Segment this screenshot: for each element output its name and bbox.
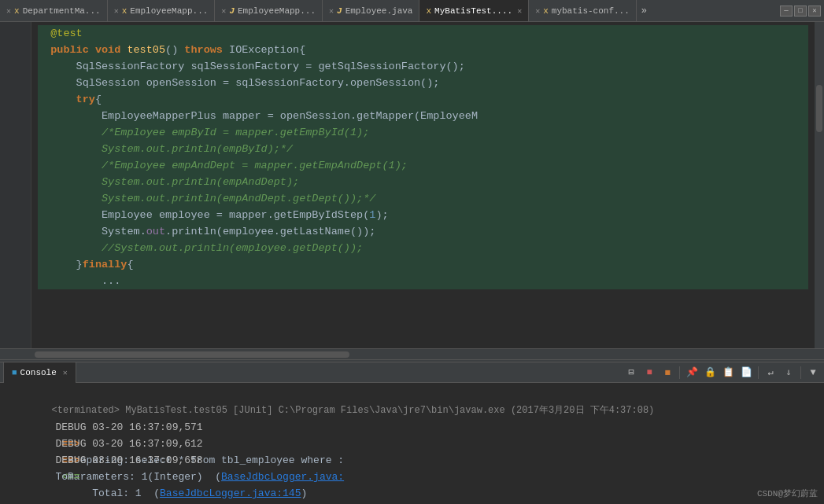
scroll-lock-button[interactable]: ⇓ (781, 365, 796, 381)
tab-departmentma[interactable]: ✕ x DepartmentMa... (0, 0, 108, 22)
horizontal-scrollbar[interactable] (0, 348, 824, 359)
timestamp: DEBUG 03-20 16:37:09,612 (55, 438, 202, 450)
tab-icon: J (229, 6, 235, 16)
scrollbar-h-thumb[interactable] (35, 351, 349, 358)
tab-icon: x (14, 6, 20, 16)
tab-icon: x (543, 6, 549, 16)
minimize-button[interactable]: ─ (780, 6, 793, 17)
console-tab-bar: ■ Console ✕ ⊟ ■ ◼ 📌 🔒 📋 📄 ↵ ⇓ ▼ (0, 362, 824, 383)
code-line-9: /*Employee empAndDept = mapper.getEmpAnd… (38, 157, 808, 174)
tab-label: EmployeeMapp... (130, 6, 208, 16)
basejdbc-link-2[interactable]: BaseJdbcLogger.java:145 (160, 487, 301, 499)
toolbar-separator3 (800, 366, 801, 379)
copy-button[interactable]: 📋 (720, 365, 736, 381)
paste-button[interactable]: 📄 (738, 365, 754, 381)
code-line-8: System.out.println(empById);*/ (38, 141, 808, 157)
code-line-11: System.out.println(empAndDept.getDept())… (38, 190, 808, 207)
code-line-1: @test (38, 25, 808, 42)
code-line-13: System.out.println(employee.getLastName(… (38, 223, 808, 240)
toolbar-separator (679, 366, 680, 379)
tab-icon: x (122, 6, 127, 16)
tab-employeemapp1[interactable]: ✕ x EmployeeMapp... (108, 0, 216, 22)
main-window: ✕ x DepartmentMa... ✕ x EmployeeMapp... … (0, 0, 824, 504)
editor-tab-bar: ✕ x DepartmentMa... ✕ x EmployeeMapp... … (0, 0, 824, 22)
console-toolbar: ⊟ ■ ◼ 📌 🔒 📋 📄 ↵ ⇓ ▼ (623, 365, 824, 381)
tab-employee-java[interactable]: ✕ J Employee.java (323, 0, 419, 22)
code-line-6: EmployeeMapperPlus mapper = openSession.… (38, 108, 808, 124)
lock-button[interactable]: 🔒 (702, 365, 718, 381)
tab-icon: J (337, 6, 342, 16)
code-line-7: /*Employee empById = mapper.getEmpById(1… (38, 124, 808, 141)
pin-button[interactable]: 📌 (684, 365, 700, 381)
clear-console-button[interactable]: ⊟ (623, 365, 639, 381)
debug-tail: : (332, 454, 345, 466)
terminate-button[interactable]: ◼ (660, 365, 675, 381)
paren-close: ) (301, 487, 307, 499)
console-content: <terminated> MyBatisTest.test05 [JUnit] … (0, 383, 824, 504)
output-text: Tom (55, 471, 73, 483)
tab-close-icon[interactable]: ✕ (6, 6, 11, 16)
close-button[interactable]: ✕ (808, 6, 821, 17)
tab-mybatis-conf[interactable]: ✕ x mybatis-conf... (529, 0, 637, 22)
tab-overflow[interactable]: » (637, 6, 652, 17)
line-numbers (0, 22, 31, 348)
editor-section: @test public void test05() throws IOExce… (0, 22, 824, 359)
tab-label: DepartmentMa... (23, 6, 101, 16)
code-line-4: SqlSession openSession = sqlSessionFacto… (38, 75, 808, 91)
tab-close-icon[interactable]: ✕ (517, 6, 522, 16)
code-line-3: SqlSessionFactory sqlSessionFactory = ge… (38, 58, 808, 75)
console-tab-close[interactable]: ✕ (63, 368, 68, 377)
toolbar-separator2 (758, 366, 759, 379)
console-tab[interactable]: ■ Console ✕ (3, 362, 76, 383)
tab-label: EmployeeMapp... (238, 6, 316, 16)
maximize-button[interactable]: □ (794, 6, 807, 17)
window-controls: ─ □ ✕ (780, 6, 824, 17)
tab-mybatistest[interactable]: x MyBatisTest.... ✕ (419, 0, 529, 22)
where-keyword: where (301, 454, 331, 466)
code-line-14: //System.out.println(employee.getDept())… (38, 240, 808, 256)
code-line-16: ... (38, 273, 808, 289)
stop-button[interactable]: ■ (641, 365, 657, 381)
code-line-15: }finally{ (38, 256, 808, 273)
vertical-scrollbar[interactable] (815, 22, 824, 348)
debug-content: Total: 1 ( (55, 487, 160, 499)
tab-close-icon[interactable]: ✕ (221, 6, 226, 16)
debug-content: Parameters: 1(Integer) ( (55, 471, 221, 483)
tab-icon: x (426, 6, 431, 16)
editor-inner: @test public void test05() throws IOExce… (0, 22, 824, 348)
console-panel: ■ Console ✕ ⊟ ■ ◼ 📌 🔒 📋 📄 ↵ ⇓ ▼ (0, 362, 824, 504)
tab-close-icon[interactable]: ✕ (329, 6, 334, 16)
console-tab-label: Console (20, 368, 57, 377)
code-line-2: public void test05() throws IOException{ (38, 42, 808, 58)
timestamp: DEBUG 03-20 16:37:09,658 (55, 454, 202, 466)
code-line-10: System.out.println(empAndDept); (38, 174, 808, 190)
tab-close-icon[interactable]: ✕ (535, 6, 540, 16)
tab-label: mybatis-conf... (552, 6, 630, 16)
tab-label: Employee.java (345, 6, 413, 16)
console-icon: ■ (12, 368, 17, 377)
code-line-12: Employee employee = mapper.getEmpByIdSte… (38, 207, 808, 223)
watermark: CSDN@梦幻蔚蓝 (757, 486, 818, 502)
tab-employeemapp2[interactable]: ✕ J EmployeeMapp... (215, 0, 323, 22)
timestamp: DEBUG 03-20 16:37:09,571 (55, 421, 202, 433)
scrollbar-thumb[interactable] (816, 85, 822, 132)
console-header-line: <terminated> MyBatisTest.test05 [JUnit] … (6, 386, 818, 403)
tab-close-icon[interactable]: ✕ (114, 6, 119, 16)
code-editor[interactable]: @test public void test05() throws IOExce… (31, 22, 815, 348)
wrap-button[interactable]: ↵ (763, 365, 778, 381)
menu-button[interactable]: ▼ (805, 365, 821, 381)
code-line-5: try{ (38, 91, 808, 108)
basejdbc-link[interactable]: BaseJdbcLogger.java: (221, 471, 344, 483)
tab-label: MyBatisTest.... (434, 6, 512, 16)
